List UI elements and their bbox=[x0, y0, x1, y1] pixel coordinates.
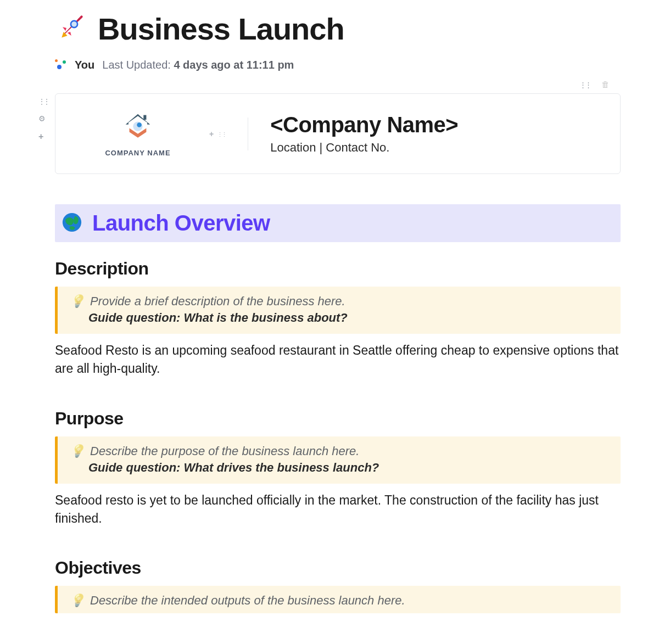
rocket-icon bbox=[55, 13, 86, 46]
company-name-field[interactable]: <Company Name> bbox=[270, 113, 458, 137]
author-label[interactable]: You bbox=[75, 59, 94, 71]
block-top-tools bbox=[579, 80, 610, 89]
launch-overview-title: Launch Overview bbox=[92, 211, 270, 236]
svg-point-3 bbox=[137, 122, 142, 127]
company-subline[interactable]: Location | Contact No. bbox=[270, 141, 458, 155]
description-callout[interactable]: 💡 Provide a brief description of the bus… bbox=[55, 287, 621, 334]
drag-handle-icon[interactable] bbox=[38, 97, 48, 105]
globe-icon bbox=[62, 212, 82, 235]
lightbulb-icon: 💡 bbox=[70, 593, 85, 608]
description-body[interactable]: Seafood Resto is an upcoming seafood res… bbox=[55, 341, 621, 378]
doc-meta-row: You Last Updated: 4 days ago at 11:11 pm bbox=[55, 59, 621, 71]
drag-dots-icon bbox=[217, 130, 226, 138]
lightbulb-icon: 💡 bbox=[70, 444, 85, 458]
vertical-divider bbox=[248, 117, 248, 150]
author-avatar-icon bbox=[55, 59, 67, 71]
doc-title-row: Business Launch bbox=[55, 11, 621, 47]
description-guide-question: Guide question: What is the business abo… bbox=[70, 311, 611, 325]
purpose-callout[interactable]: 💡 Describe the purpose of the business l… bbox=[55, 436, 621, 484]
last-updated: Last Updated: 4 days ago at 11:11 pm bbox=[102, 59, 294, 71]
section-objectives: Objectives 💡 Describe the intended outpu… bbox=[55, 558, 621, 613]
purpose-hint: Describe the purpose of the business lau… bbox=[90, 444, 359, 458]
objectives-hint: Describe the intended outputs of the bus… bbox=[90, 593, 405, 608]
description-hint: Provide a brief description of the busin… bbox=[90, 294, 345, 309]
purpose-body[interactable]: Seafood resto is yet to be launched offi… bbox=[55, 491, 621, 528]
objectives-callout[interactable]: 💡 Describe the intended outputs of the b… bbox=[55, 586, 621, 613]
add-block-icon[interactable] bbox=[38, 132, 48, 142]
insert-column-handle[interactable] bbox=[209, 130, 226, 138]
doc-title[interactable]: Business Launch bbox=[98, 11, 344, 47]
block-side-tools bbox=[38, 97, 48, 142]
trash-icon[interactable] bbox=[601, 80, 610, 89]
drag-handle-icon[interactable] bbox=[579, 80, 590, 89]
gear-icon[interactable] bbox=[38, 114, 48, 123]
objectives-heading: Objectives bbox=[55, 558, 621, 578]
section-description: Description 💡 Provide a brief descriptio… bbox=[55, 259, 621, 378]
description-heading: Description bbox=[55, 259, 621, 279]
svg-rect-1 bbox=[143, 115, 146, 120]
launch-overview-banner: Launch Overview bbox=[55, 204, 621, 242]
company-card[interactable]: COMPANY NAME <Company Name> Location | C… bbox=[55, 93, 621, 174]
svg-point-0 bbox=[71, 20, 77, 27]
plus-icon bbox=[209, 130, 214, 138]
lightbulb-icon: 💡 bbox=[70, 294, 85, 309]
purpose-guide-question: Guide question: What drives the business… bbox=[70, 461, 611, 475]
company-logo-caption: COMPANY NAME bbox=[88, 149, 187, 157]
purpose-heading: Purpose bbox=[55, 408, 621, 429]
company-logo[interactable]: COMPANY NAME bbox=[88, 110, 187, 157]
section-purpose: Purpose 💡 Describe the purpose of the bu… bbox=[55, 408, 621, 528]
